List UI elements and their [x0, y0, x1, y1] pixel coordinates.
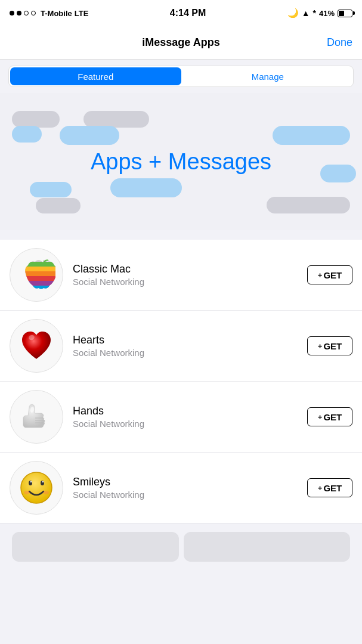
bottom-row — [0, 524, 362, 564]
battery-icon — [338, 10, 352, 17]
svg-point-15 — [30, 481, 32, 482]
network-label: LTE — [75, 9, 89, 18]
app-info-hands: Hands Social Networking — [73, 405, 298, 429]
bubble-5 — [12, 126, 42, 143]
get-button-classic-mac[interactable]: + GET — [307, 265, 352, 284]
get-plus-hearts: + — [318, 342, 323, 351]
nav-title: iMessage Apps — [142, 36, 219, 49]
svg-rect-3 — [24, 276, 55, 281]
app-item-classic-mac: Classic Mac Social Networking + GET — [0, 240, 362, 311]
battery-fill — [339, 11, 344, 16]
location-icon: ▲ — [302, 8, 310, 18]
app-icon-wrapper-classic-mac — [10, 248, 63, 302]
done-button[interactable]: Done — [327, 36, 352, 49]
get-plus-hands: + — [318, 413, 323, 422]
bluetooth-icon: * — [313, 8, 316, 18]
status-right: 🌙 ▲ * 41% — [287, 8, 352, 18]
get-button-hearts[interactable]: + GET — [307, 336, 352, 355]
app-name-smileys: Smileys — [73, 476, 298, 488]
get-label-smileys: GET — [323, 483, 342, 493]
signal-dot-1 — [10, 11, 14, 16]
hero-plus-text: + — [148, 149, 162, 174]
svg-point-13 — [29, 481, 32, 485]
bubble-2 — [83, 111, 149, 128]
hero-title: Apps + Messages — [91, 149, 271, 175]
bubble-1 — [12, 111, 60, 128]
app-category-hearts: Social Networking — [73, 348, 298, 358]
bubble-3 — [60, 126, 119, 145]
get-plus-classic-mac: + — [318, 271, 323, 280]
bubble-4 — [273, 126, 350, 145]
bottom-tab-1 — [12, 532, 179, 562]
app-item-smileys: Smileys Social Networking + GET — [0, 453, 362, 524]
app-name-hands: Hands — [73, 405, 298, 417]
app-icon-wrapper-hearts — [10, 319, 63, 373]
app-info-classic-mac: Classic Mac Social Networking — [73, 263, 298, 287]
app-item-hearts: Hearts Social Networking + GET — [0, 311, 362, 382]
app-category-smileys: Social Networking — [73, 490, 298, 500]
svg-rect-4 — [24, 281, 55, 286]
app-info-smileys: Smileys Social Networking — [73, 476, 298, 500]
get-button-hands[interactable]: + GET — [307, 407, 352, 426]
classic-mac-icon — [17, 256, 55, 294]
battery-percent: 41% — [319, 9, 335, 18]
manage-tab[interactable]: Manage — [182, 66, 354, 86]
status-bar: T-Mobile LTE 4:14 PM 🌙 ▲ * 41% — [0, 0, 362, 26]
app-name-hearts: Hearts — [73, 334, 298, 346]
nav-bar: iMessage Apps Done — [0, 26, 362, 60]
app-info-hearts: Hearts Social Networking — [73, 334, 298, 358]
bubble-7 — [110, 178, 182, 197]
hero-banner: Apps + Messages — [0, 93, 362, 230]
hero-messages-text: Messages — [162, 149, 271, 174]
signal-dot-2 — [17, 11, 21, 16]
signal-dot-3 — [24, 11, 29, 16]
hands-icon — [17, 398, 55, 436]
status-left: T-Mobile LTE — [10, 9, 88, 18]
signal-dot-4 — [31, 11, 36, 16]
featured-tab[interactable]: Featured — [10, 67, 181, 85]
bubble-8 — [36, 198, 81, 213]
hearts-icon — [17, 327, 55, 365]
svg-point-16 — [42, 481, 44, 482]
get-button-smileys[interactable]: + GET — [307, 478, 352, 497]
svg-point-14 — [41, 481, 44, 485]
svg-point-17 — [24, 491, 30, 494]
smileys-icon — [17, 469, 55, 507]
app-category-hands: Social Networking — [73, 419, 298, 429]
bottom-tab-2 — [184, 532, 351, 562]
svg-rect-1 — [24, 267, 55, 271]
app-list: Classic Mac Social Networking + GET — [0, 240, 362, 524]
svg-rect-0 — [24, 262, 55, 267]
carrier-label: T-Mobile — [41, 9, 72, 18]
hero-apps-text: Apps — [91, 149, 148, 174]
svg-rect-2 — [24, 271, 55, 276]
bubble-10 — [320, 165, 356, 182]
get-plus-smileys: + — [318, 484, 323, 493]
get-label-hearts: GET — [323, 341, 342, 351]
get-label-classic-mac: GET — [323, 270, 342, 280]
app-icon-wrapper-smileys — [10, 461, 63, 515]
app-name-classic-mac: Classic Mac — [73, 263, 298, 275]
app-icon-wrapper-hands — [10, 390, 63, 444]
app-category-classic-mac: Social Networking — [73, 277, 298, 287]
svg-point-18 — [43, 491, 49, 494]
time-display: 4:14 PM — [170, 8, 206, 18]
bubble-9 — [267, 197, 350, 213]
moon-icon: 🌙 — [287, 8, 299, 18]
svg-rect-5 — [24, 286, 55, 290]
segment-control: Featured Manage — [8, 66, 354, 87]
bubble-6 — [30, 182, 72, 197]
get-label-hands: GET — [323, 412, 342, 422]
app-item-hands: Hands Social Networking + GET — [0, 382, 362, 453]
